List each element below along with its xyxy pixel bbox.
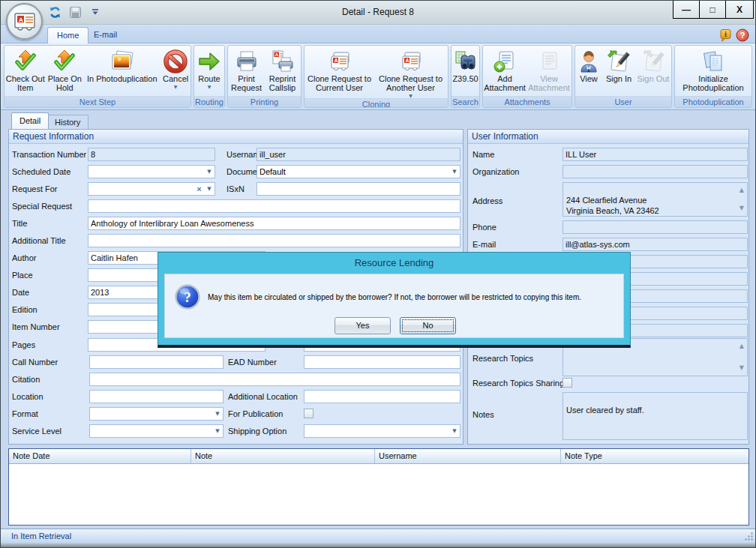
scroll-down-icon[interactable]: ▼ <box>740 203 744 214</box>
format-label: Format <box>12 409 38 418</box>
place-on-hold-button[interactable]: Place On Hold <box>46 46 84 92</box>
customize-quick-access-button[interactable] <box>88 4 103 19</box>
add-attachment-button[interactable]: Add Attachment <box>483 46 526 92</box>
clone-request-another-user-button[interactable]: A Clone Request to Another User ▼ <box>374 46 448 98</box>
tab-email[interactable]: E-mail <box>85 27 126 43</box>
close-button[interactable]: X <box>725 1 754 19</box>
scheduled-date-label: Scheduled Date <box>12 167 70 176</box>
refresh-button[interactable] <box>47 4 62 19</box>
add-attachment-icon <box>493 48 517 74</box>
yes-button[interactable]: Yes <box>334 317 391 334</box>
for-publication-checkbox[interactable] <box>304 409 314 418</box>
notes-field[interactable]: User cleared by staff. <box>562 392 748 440</box>
special-request-field[interactable] <box>88 199 460 213</box>
ead-number-field[interactable] <box>304 355 460 369</box>
additional-location-label: Additional Location <box>228 392 298 401</box>
notes-label: Notes <box>472 410 494 419</box>
scroll-up-icon[interactable]: ▲ <box>740 185 744 196</box>
format-dropdown-icon[interactable]: ▼ <box>212 411 223 417</box>
format-field[interactable]: ▼ <box>89 407 224 421</box>
person-icon <box>577 48 601 74</box>
document-type-field[interactable]: ▼ <box>256 165 460 178</box>
z3950-button[interactable]: Z39.50 <box>452 46 479 83</box>
column-header-username[interactable]: Username <box>375 449 561 463</box>
in-photoduplication-label: In Photoduplication <box>87 74 158 83</box>
scroll-up-icon[interactable]: ▲ <box>740 341 744 352</box>
location-field[interactable] <box>89 390 224 403</box>
help-icon[interactable]: ? <box>736 28 749 42</box>
view-attachment-button[interactable]: View Attachment <box>526 46 572 92</box>
request-for-input[interactable] <box>88 184 194 193</box>
item-number-label: Item Number <box>12 322 60 331</box>
service-level-field[interactable]: ▼ <box>89 424 224 438</box>
scheduled-date-dropdown-icon[interactable]: ▼ <box>204 169 214 175</box>
app-window: Detail - Request 8 A <box>0 0 756 548</box>
shipping-option-field[interactable]: ▼ <box>304 424 460 438</box>
additional-location-field[interactable] <box>304 390 460 403</box>
cancel-dropdown-icon: ▼ <box>174 84 178 89</box>
address-field[interactable]: 244 Clearfield Avenue Virginia Beach, VA… <box>562 182 748 217</box>
notification-info-icon[interactable]: i <box>719 28 732 42</box>
additional-title-field[interactable] <box>88 234 460 247</box>
tab-detail[interactable]: Detail <box>11 112 49 129</box>
organization-field[interactable] <box>562 165 748 178</box>
clear-icon[interactable]: × <box>194 184 204 193</box>
cancel-button[interactable]: Cancel ▼ <box>160 46 190 89</box>
ribbon-group-next-step: Check Out Item Place On Hold In Photodup… <box>4 45 191 108</box>
in-photoduplication-button[interactable]: In Photoduplication <box>83 46 160 83</box>
save-button[interactable] <box>68 4 82 19</box>
view-user-button[interactable]: View <box>575 46 602 83</box>
sign-out-button[interactable]: Sign Out <box>635 46 671 83</box>
username-field[interactable] <box>256 148 460 161</box>
shipping-option-input[interactable] <box>304 427 449 436</box>
email-field[interactable] <box>562 238 748 251</box>
tab-home[interactable]: Home <box>47 27 88 43</box>
tab-history[interactable]: History <box>46 115 88 129</box>
request-for-dropdown-icon[interactable]: ▼ <box>204 186 214 192</box>
name-field[interactable] <box>562 148 748 161</box>
additional-title-label: Additional Title <box>12 236 66 245</box>
clone-request-current-user-button[interactable]: A Clone Request to Current User <box>305 46 374 92</box>
maximize-button[interactable]: □ <box>699 1 726 19</box>
reprint-callslip-button[interactable]: A Reprint Callslip <box>265 46 301 92</box>
service-level-dropdown-icon[interactable]: ▼ <box>212 428 223 434</box>
resize-grip-icon[interactable] <box>744 532 754 541</box>
chevron-down-icon <box>91 7 100 16</box>
scroll-down-icon[interactable]: ▼ <box>740 363 744 373</box>
sign-in-button[interactable]: Sign In <box>602 46 635 83</box>
request-for-field[interactable]: ×▼ <box>88 182 215 196</box>
ribbon-group-routing: Route ▼ Routing <box>194 45 225 108</box>
print-request-button[interactable]: Print Request <box>229 46 265 92</box>
phone-field[interactable] <box>562 220 748 234</box>
shipping-option-dropdown-icon[interactable]: ▼ <box>449 428 460 434</box>
title-field[interactable] <box>88 217 460 230</box>
clone-request-another-user-label: Clone Request to Another User <box>374 74 448 92</box>
notes-table: Note Date Note Username Note Type <box>8 448 749 526</box>
initialize-photoduplication-button[interactable]: Initialize Photoduplication <box>677 46 749 92</box>
column-header-note-type[interactable]: Note Type <box>561 449 748 463</box>
document-type-input[interactable] <box>257 167 449 176</box>
column-header-note[interactable]: Note <box>191 449 375 463</box>
z3950-label: Z39.50 <box>452 74 478 83</box>
minimize-button[interactable]: — <box>673 1 700 19</box>
route-button[interactable]: Route ▼ <box>194 46 224 89</box>
scheduled-date-input[interactable] <box>88 167 204 176</box>
title-bar[interactable]: Detail - Request 8 <box>1 1 755 25</box>
isxn-field[interactable] <box>256 182 460 196</box>
transaction-number-field[interactable] <box>88 148 215 161</box>
application-menu-button[interactable]: A <box>6 3 43 40</box>
column-header-note-date[interactable]: Note Date <box>9 449 191 463</box>
check-out-item-button[interactable]: Check Out Item <box>4 46 46 92</box>
document-type-dropdown-icon[interactable]: ▼ <box>449 169 460 175</box>
ribbon-group-label-next-step: Next Step <box>4 96 190 107</box>
service-level-input[interactable] <box>90 427 212 436</box>
citation-field[interactable] <box>89 373 460 386</box>
svg-text:?: ? <box>740 31 746 40</box>
call-number-field[interactable] <box>89 355 224 369</box>
reprint-callslip-icon: A <box>271 48 295 74</box>
format-input[interactable] <box>90 409 212 418</box>
research-topics-sharing-checkbox[interactable] <box>562 378 572 388</box>
no-button[interactable]: No <box>400 317 456 334</box>
scheduled-date-field[interactable]: ▼ <box>88 165 215 178</box>
pages-label: Pages <box>12 340 35 349</box>
